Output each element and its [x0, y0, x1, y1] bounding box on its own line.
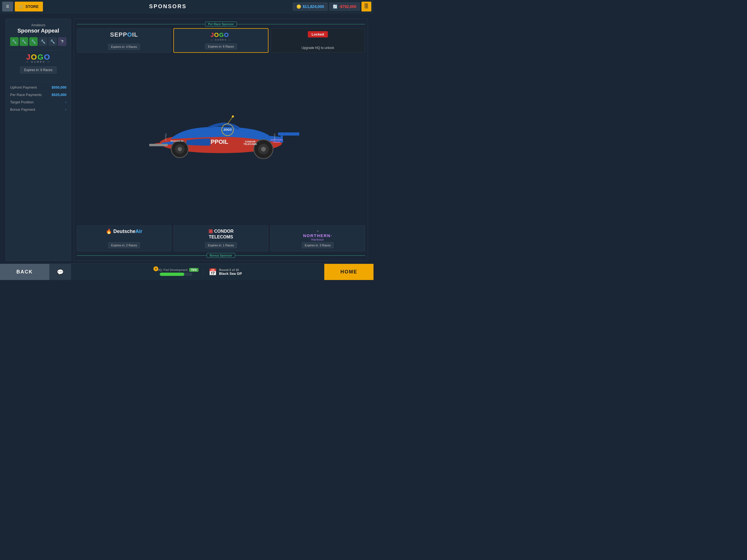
topbar: ☰ 🛒 STORE SPONSORS 🪙 $11,824,000 🔄 -$792… [0, 0, 374, 13]
bottombar: BACK 💬 + HQ: Part Development 75% 📅 Roun… [0, 263, 374, 280]
right-panel-inner: Per Race Sponsor SEPPOIL Expires in: 4 R… [74, 19, 368, 261]
bottom-sponsor-slots: 🔥 DeutscheAir Expires in: 2 Races ▣ COND… [77, 225, 365, 251]
svg-text:Deutsche Air: Deutsche Air [171, 140, 184, 142]
sponsor-slot-northern[interactable]: ✕ NORTHERN· Harbour Expires in: 3 Races [271, 225, 365, 251]
top-sponsor-slots: SEPPOIL Expires in: 4 Races JOGO — GAMES… [77, 28, 365, 53]
progress-bar-fill [160, 273, 184, 276]
appeal-icon-4: 🔧 [39, 37, 47, 46]
progress-bar [160, 273, 192, 276]
condor-expires: Expires in: 1 Races [205, 242, 237, 248]
per-race-bar: Per Race Sponsor [77, 22, 365, 27]
left-panel: Amateurs Sponsor Appeal 🔧 🔧 🔧 🔧 🔧 🔭 JOGO… [5, 19, 71, 261]
page-title: SPONSORS [149, 3, 186, 9]
seppoil-logo: SEPPOIL [110, 31, 138, 38]
jogo-games-text: — GAMES — [26, 60, 51, 63]
bonus-payment-row: Bonus Payment - [10, 106, 67, 113]
sponsor-appeal-title: Sponsor Appeal [10, 28, 67, 34]
svg-text:JOGO: JOGO [223, 128, 232, 131]
store-label: STORE [25, 4, 38, 9]
home-button[interactable]: HOME [324, 264, 374, 280]
change-icon: 🔄 [333, 4, 337, 9]
target-value: - [66, 100, 67, 104]
bonus-value: - [66, 107, 67, 111]
svg-point-19 [232, 116, 234, 118]
svg-point-6 [178, 147, 182, 152]
per-race-value: $525,000 [52, 93, 67, 97]
topbar-left: ☰ 🛒 STORE [2, 2, 43, 11]
store-cart-icon: 🛒 [19, 4, 24, 9]
svg-rect-3 [149, 144, 168, 146]
chat-button[interactable]: 💬 [49, 264, 71, 280]
chat-icon: 💬 [57, 269, 64, 275]
race-round: Round 2 of 10 [219, 268, 242, 272]
hq-pct: 75% [189, 268, 199, 272]
locked-badge: Locked [308, 31, 328, 37]
hq-label-row: + HQ: Part Development 75% [153, 268, 199, 272]
target-position-row: Target Position - [10, 98, 67, 106]
back-button[interactable]: BACK [0, 264, 49, 280]
calendar-icon: 📅 [209, 268, 217, 276]
upfront-payment-row: Upfront Payment $550,000 [10, 84, 67, 91]
appeal-icons: 🔧 🔧 🔧 🔧 🔧 🔭 [10, 37, 67, 46]
race-info: 📅 Round 2 of 10 Black Sea GP [203, 268, 242, 276]
upfront-label: Upfront Payment [10, 85, 37, 90]
svg-line-18 [228, 117, 233, 124]
selected-sponsor-logo: JOGO — GAMES — [10, 53, 67, 63]
appeal-icon-5: 🔧 [48, 37, 57, 46]
coin-icon: 🪙 [297, 4, 301, 9]
svg-text:CORTES: CORTES [274, 133, 276, 142]
bonus-label: Bonus Payment [10, 107, 35, 111]
upfront-value: $550,000 [52, 85, 67, 90]
svg-text:TELECOMS: TELECOMS [243, 143, 257, 146]
sponsor-slot-condor[interactable]: ▣ CONDORTELECOMS Expires in: 1 Races [174, 225, 268, 251]
database-button[interactable]: 🗄 [361, 2, 371, 11]
right-panel: Per Race Sponsor SEPPOIL Expires in: 4 R… [74, 19, 368, 261]
menu-icon: ☰ [6, 4, 9, 8]
car-svg: SEPPOIL CONDOR TELECOMS NORTHERN Harbour… [128, 112, 314, 166]
race-name: Black Sea GP [219, 272, 242, 276]
money-balance: 🪙 $11,824,000 [293, 2, 328, 11]
condor-logo: ▣ CONDORTELECOMS [208, 228, 234, 239]
jogo-expires: Expires in: 6 Races [205, 44, 237, 50]
store-button[interactable]: 🛒 STORE [15, 2, 43, 11]
menu-button[interactable]: ☰ [2, 2, 13, 11]
race-details: Round 2 of 10 Black Sea GP [219, 268, 242, 276]
per-race-sponsor-tag: Per Race Sponsor [205, 22, 237, 27]
svg-rect-1 [278, 132, 300, 136]
main-content: Amateurs Sponsor Appeal 🔧 🔧 🔧 🔧 🔧 🔭 JOGO… [0, 13, 374, 263]
deutsche-expires: Expires in: 2 Races [108, 242, 140, 248]
hq-label: HQ: Part Development [157, 268, 187, 272]
deutsche-logo: 🔥 DeutscheAir [106, 228, 142, 234]
appeal-icon-2: 🔧 [20, 37, 28, 46]
appeal-icon-3: 🔧 [29, 37, 38, 46]
per-race-payment-row: Per Race Payments $525,000 [10, 91, 67, 98]
divider-1 [10, 50, 67, 51]
sponsor-slot-locked[interactable]: Locked Upgrade HQ to unlock [271, 28, 365, 53]
car-display: SEPPOIL CONDOR TELECOMS NORTHERN Harbour… [77, 54, 365, 224]
sponsor-slot-deutsche[interactable]: 🔥 DeutscheAir Expires in: 2 Races [77, 225, 172, 251]
bonus-bar: Bonus Sponsor [77, 253, 365, 258]
target-label: Target Position [10, 100, 34, 104]
jogo-logo-slot: JOGO — GAMES — [210, 31, 231, 41]
expires-badge: Expires in: 6 Races [20, 67, 56, 74]
northern-logo: ✕ NORTHERN· Harbour [303, 228, 332, 241]
svg-text:CORTES: CORTES [165, 133, 167, 142]
appeal-icon-1: 🔧 [10, 37, 19, 46]
bonus-sponsor-tag: Bonus Sponsor [207, 253, 235, 258]
appeal-icon-6: 🔭 [58, 37, 67, 46]
database-icon: 🗄 [364, 4, 369, 9]
money-change: 🔄 -$792,000 [329, 2, 360, 11]
topbar-right: 🪙 $11,824,000 🔄 -$792,000 🗄 [293, 2, 371, 11]
sponsor-slot-seppoil[interactable]: SEPPOIL Expires in: 4 Races [77, 28, 171, 53]
progress-area: + HQ: Part Development 75% 📅 Round 2 of … [71, 268, 324, 276]
per-race-label: Per Race Payments [10, 93, 42, 97]
svg-point-9 [261, 147, 266, 152]
sponsor-tier: Amateurs [10, 23, 67, 27]
svg-text:NORTHERN: NORTHERN [271, 138, 283, 141]
sponsor-slot-jogo[interactable]: JOGO — GAMES — Expires in: 6 Races [173, 28, 268, 53]
hq-progress: + HQ: Part Development 75% [153, 268, 199, 276]
northern-expires: Expires in: 3 Races [302, 242, 334, 248]
seppoil-expires: Expires in: 4 Races [108, 44, 140, 50]
unlock-text: Upgrade HQ to unlock [302, 46, 334, 50]
divider-2 [10, 81, 67, 81]
